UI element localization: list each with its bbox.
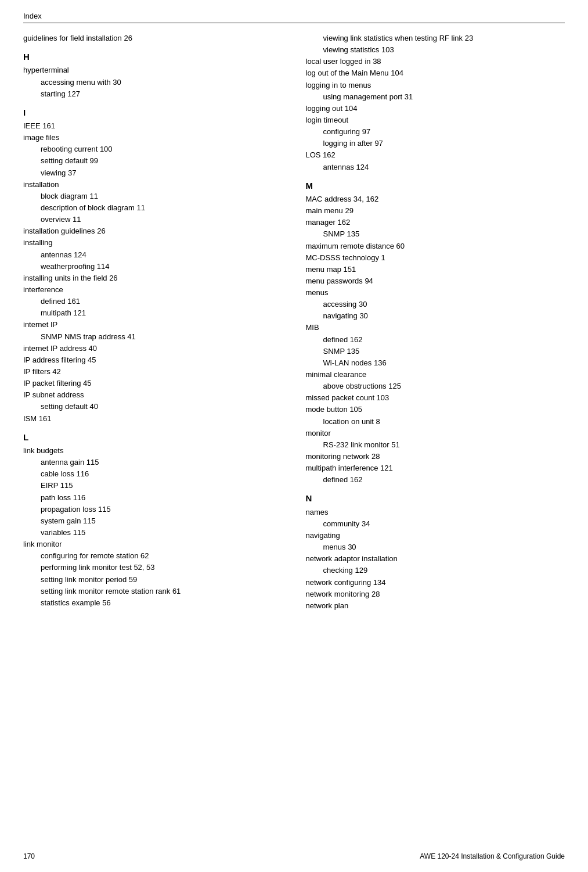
- index-entry: navigating: [306, 530, 565, 541]
- index-entry: above obstructions 125: [323, 381, 565, 392]
- index-entry: network adaptor installation: [306, 553, 565, 565]
- index-entry: image files: [23, 132, 283, 143]
- index-entry: missed packet count 103: [306, 392, 565, 404]
- index-entry: defined 162: [323, 474, 565, 486]
- index-entry: logging in after 97: [323, 138, 565, 149]
- index-entry: hyperterminal: [23, 64, 283, 76]
- index-entry: viewing link statistics when testing RF …: [323, 33, 565, 44]
- index-entry: accessing menu with 30: [41, 77, 283, 88]
- index-entry: network monitoring 28: [306, 588, 565, 600]
- left-column: guidelines for field installation 26Hhyp…: [23, 33, 283, 612]
- index-entry: login timeout: [306, 114, 565, 126]
- index-entry: viewing 37: [41, 167, 283, 179]
- index-entry: IP address filtering 45: [23, 354, 283, 366]
- page: Index guidelines for field installation …: [0, 0, 588, 872]
- index-entry: rebooting current 100: [41, 143, 283, 155]
- index-entry: names: [306, 507, 565, 518]
- index-entry: IEEE 161: [23, 120, 283, 132]
- index-entry: IP subnet address: [23, 389, 283, 401]
- index-entry: Wi-LAN nodes 136: [323, 357, 565, 369]
- index-entry: network configuring 134: [306, 577, 565, 588]
- index-entry: IP filters 42: [23, 366, 283, 378]
- index-entry: accessing 30: [323, 299, 565, 310]
- index-entry: menus 30: [323, 541, 565, 553]
- index-entry: logging in to menus: [306, 80, 565, 91]
- content-columns: guidelines for field installation 26Hhyp…: [23, 33, 565, 612]
- index-entry: location on unit 8: [323, 416, 565, 428]
- index-entry: setting default 99: [41, 155, 283, 167]
- index-entry: ISM 161: [23, 413, 283, 425]
- index-entry: description of block diagram 11: [41, 202, 283, 214]
- index-entry: viewing statistics 103: [323, 44, 565, 56]
- index-entry: weatherproofing 114: [41, 261, 283, 272]
- index-entry: guidelines for field installation 26: [23, 33, 283, 44]
- index-entry: monitoring network 28: [306, 451, 565, 462]
- index-entry: community 34: [323, 518, 565, 530]
- index-entry: antennas 124: [41, 249, 283, 261]
- index-entry: menu map 151: [306, 264, 565, 275]
- index-entry: MIB: [306, 322, 565, 333]
- index-entry: installation: [23, 179, 283, 191]
- index-entry: manager 162: [306, 217, 565, 228]
- index-entry: SNMP 135: [323, 346, 565, 357]
- index-entry: installation guidelines 26: [23, 225, 283, 237]
- index-entry: setting default 40: [41, 401, 283, 412]
- index-entry: system gain 115: [41, 515, 283, 527]
- index-entry: mode button 105: [306, 404, 565, 415]
- index-entry: defined 162: [323, 334, 565, 346]
- index-entry: log out of the Main Menu 104: [306, 67, 565, 79]
- index-entry: menu passwords 94: [306, 275, 565, 287]
- index-entry: using management port 31: [323, 91, 565, 103]
- index-entry: internet IP: [23, 319, 283, 331]
- index-entry: menus: [306, 287, 565, 299]
- index-entry: defined 161: [41, 296, 283, 307]
- index-entry: I: [23, 106, 283, 119]
- header-bar: Index: [23, 12, 565, 23]
- index-entry: variables 115: [41, 527, 283, 539]
- index-entry: EIRP 115: [41, 480, 283, 491]
- index-entry: navigating 30: [323, 310, 565, 322]
- index-entry: internet IP address 40: [23, 343, 283, 354]
- index-entry: configuring 97: [323, 126, 565, 138]
- index-entry: IP packet filtering 45: [23, 378, 283, 389]
- index-entry: logging out 104: [306, 103, 565, 114]
- index-entry: setting link monitor period 59: [41, 574, 283, 586]
- index-entry: MAC address 34, 162: [306, 193, 565, 205]
- index-entry: statistics example 56: [41, 597, 283, 609]
- footer-page-number: 170: [23, 852, 35, 860]
- index-entry: antenna gain 115: [41, 457, 283, 468]
- index-entry: N: [306, 491, 565, 505]
- index-entry: installing units in the field 26: [23, 272, 283, 284]
- index-entry: antennas 124: [323, 162, 565, 173]
- footer-guide-title: AWE 120-24 Installation & Configuration …: [420, 852, 565, 860]
- index-entry: checking 129: [323, 565, 565, 576]
- index-entry: cable loss 116: [41, 468, 283, 480]
- right-column: viewing link statistics when testing RF …: [306, 33, 565, 612]
- header-title: Index: [23, 12, 42, 20]
- index-entry: local user logged in 38: [306, 56, 565, 67]
- index-entry: L: [23, 430, 283, 444]
- index-entry: link budgets: [23, 445, 283, 457]
- index-entry: MC-DSSS technology 1: [306, 252, 565, 264]
- index-entry: installing: [23, 237, 283, 249]
- index-entry: M: [306, 179, 565, 192]
- index-entry: main menu 29: [306, 205, 565, 217]
- index-entry: network plan: [306, 600, 565, 612]
- index-entry: SNMP 135: [323, 228, 565, 240]
- index-entry: H: [23, 50, 283, 63]
- index-entry: setting link monitor remote station rank…: [41, 586, 283, 597]
- index-entry: propagation loss 115: [41, 504, 283, 515]
- index-entry: monitor: [306, 428, 565, 439]
- index-entry: multipath interference 121: [306, 462, 565, 474]
- index-entry: interference: [23, 284, 283, 296]
- footer: 170 AWE 120-24 Installation & Configurat…: [23, 852, 565, 860]
- index-entry: RS-232 link monitor 51: [323, 439, 565, 451]
- index-entry: block diagram 11: [41, 191, 283, 202]
- index-entry: link monitor: [23, 539, 283, 550]
- index-entry: maximum remote distance 60: [306, 241, 565, 252]
- index-entry: performing link monitor test 52, 53: [41, 562, 283, 573]
- index-entry: overview 11: [41, 214, 283, 225]
- index-entry: starting 127: [41, 88, 283, 100]
- index-entry: multipath 121: [41, 307, 283, 319]
- index-entry: LOS 162: [306, 149, 565, 161]
